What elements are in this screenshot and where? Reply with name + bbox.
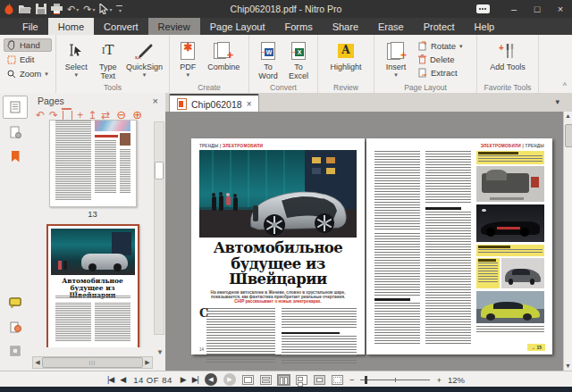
tab-review[interactable]: Review [148, 18, 200, 35]
edit-tool-button[interactable]: Edit [4, 53, 52, 66]
hscroll-left-icon[interactable]: ◀ [33, 359, 42, 366]
pages-panel-close-icon[interactable]: × [153, 96, 158, 106]
extract-pages-button[interactable]: Extract [415, 67, 467, 79]
tab-protect[interactable]: Protect [414, 18, 465, 35]
zoom-in-button[interactable]: + [436, 375, 442, 385]
convert-group: W→ To Word X→ To Excel Convert [249, 35, 318, 93]
feedback-icon[interactable] [476, 4, 490, 13]
type-text-button[interactable]: IT Type Text [93, 38, 122, 81]
fullscreen-view-button[interactable] [332, 375, 343, 385]
next-view-button[interactable]: ▶ [223, 373, 236, 386]
doc-scroll-up-icon[interactable]: ▲ [564, 112, 572, 121]
tab-file[interactable]: File [13, 18, 48, 35]
create-pdf-button[interactable]: ✱ PDF ▾ [174, 38, 201, 81]
caption-block-3 [476, 258, 500, 288]
document-tab-close-icon[interactable]: × [247, 99, 252, 109]
tab-list-dropdown-icon[interactable]: ▾ [555, 97, 559, 106]
rotate-button[interactable]: Rotate ▾ [415, 40, 467, 52]
rotate-left-button[interactable]: ↶ [36, 110, 45, 121]
zoom-slider-thumb[interactable] [365, 376, 367, 384]
bookmarks-panel-button[interactable] [4, 146, 27, 167]
pages-scrollbar-thumb[interactable] [155, 162, 164, 179]
first-page-button[interactable]: |◀ [107, 375, 114, 384]
undo-dropdown[interactable]: ▾ [76, 6, 79, 13]
tab-page-layout[interactable]: Page Layout [200, 18, 275, 35]
pages-panel-scrollbar[interactable] [154, 121, 164, 335]
document-tab[interactable]: Chip062018 × [169, 94, 259, 113]
thumbnail-page-14[interactable]: Автомобильноебудущее из Швейцарии [46, 224, 139, 347]
pdf-file-icon: ✱ [181, 39, 195, 62]
svg-text:x: x [135, 54, 138, 60]
pages-panel-hscrollbar[interactable]: ◀ ||| ▶ [32, 356, 153, 369]
doc-scrollbar-thumb[interactable] [565, 124, 572, 147]
insert-pages-button[interactable]: + Insert ▾ [379, 38, 413, 81]
combine-button[interactable]: + Combine [203, 38, 244, 81]
next-page-button[interactable]: ▶ [181, 375, 186, 384]
page-indicator[interactable]: 14 OF 84 [133, 375, 172, 385]
pointer-dropdown[interactable]: ▾ [109, 6, 112, 13]
close-button[interactable]: × [549, 0, 572, 18]
redo-button[interactable]: ↷▾ [83, 2, 95, 16]
tab-erase[interactable]: Erase [368, 18, 414, 35]
layers-panel-button[interactable] [4, 340, 27, 362]
delete-pages-button[interactable]: Delete [415, 54, 467, 65]
document-area: Chip062018 × ▾ ТРЕНДЫ | ЭЛЕКТРОМОБИЛИ [165, 93, 572, 371]
save-button[interactable] [36, 2, 46, 16]
grid-view-button[interactable] [296, 375, 307, 385]
hscrollbar-thumb[interactable]: ||| [42, 357, 143, 368]
type-text-icon: IT [102, 39, 114, 62]
tab-forms[interactable]: Forms [274, 18, 322, 35]
tab-convert[interactable]: Convert [94, 18, 148, 35]
minimize-button[interactable]: – [502, 0, 526, 18]
to-word-button[interactable]: W→ To Word [254, 38, 282, 81]
signatures-panel-button[interactable] [4, 121, 27, 143]
comments-panel-button[interactable] [4, 292, 27, 313]
pointer-tool-button[interactable]: ▾ [99, 2, 112, 16]
to-excel-button[interactable]: X→ To Excel [284, 38, 313, 81]
thumbnail-page-13[interactable] [49, 120, 137, 207]
fit-page-view-button[interactable] [314, 375, 325, 385]
extract-page-button[interactable]: ↥ [88, 110, 97, 121]
quicksign-button[interactable]: x QuickSign ▾ [124, 38, 164, 81]
zoom-out-button[interactable]: − [349, 375, 355, 385]
rotate-right-button[interactable]: ↷ [49, 110, 58, 121]
undo-button[interactable]: ↶▾ [67, 2, 79, 16]
replace-page-button[interactable]: ⇄ [101, 110, 110, 121]
document-page-right[interactable]: ЭЛЕКТРОМОБИЛИ | ТРЕНДЫ [366, 138, 552, 354]
maximize-button[interactable]: □ [526, 0, 549, 18]
zoom-tool-button[interactable]: Zoom ▾ [4, 67, 52, 80]
customize-qat-button[interactable]: ▾ [116, 2, 122, 16]
redo-dropdown[interactable]: ▾ [92, 6, 95, 13]
hscroll-right-icon[interactable]: ▶ [143, 359, 152, 366]
pages-scroll-down-icon[interactable]: ▼ [156, 348, 164, 356]
insert-page-button[interactable]: + [77, 110, 83, 121]
hand-icon [7, 40, 16, 50]
open-file-button[interactable] [19, 2, 31, 16]
document-scrollbar[interactable]: ▲ ▼ [563, 112, 572, 371]
print-button[interactable] [51, 2, 63, 16]
tab-home[interactable]: Home [48, 18, 94, 35]
tools-group-label: Tools [56, 83, 169, 92]
single-page-view-button[interactable] [242, 375, 254, 385]
document-page-left[interactable]: ТРЕНДЫ | ЭЛЕКТРОМОБИЛИ [191, 138, 365, 354]
status-bar: |◀ ◀ 14 OF 84 ▶ ▶| ◀ ▶ − + 12% [0, 371, 572, 388]
continuous-view-button[interactable] [260, 375, 272, 385]
previous-view-button[interactable]: ◀ [205, 373, 217, 386]
select-button[interactable]: Select ▾ [61, 38, 91, 81]
pages-panel-button[interactable] [3, 96, 28, 119]
thumbnail-list: 13 Автомобильноебудущее из Швейцарии 14 [30, 120, 155, 347]
facing-pages-view-button[interactable] [278, 375, 290, 385]
add-tools-button[interactable]: + Add Tools [484, 38, 532, 81]
article-title: Автомобильное будущее из Швейцарии [199, 240, 357, 288]
tab-help[interactable]: Help [465, 18, 505, 35]
doc-scroll-down-icon[interactable]: ▼ [564, 362, 572, 371]
tab-share[interactable]: Share [323, 18, 368, 35]
hand-tool-button[interactable]: Hand [4, 38, 52, 52]
document-canvas[interactable]: ТРЕНДЫ | ЭЛЕКТРОМОБИЛИ [165, 112, 564, 371]
collapse-ribbon-button[interactable]: ^ [563, 81, 567, 90]
highlight-button[interactable]: A Highlight [324, 38, 368, 81]
zoom-slider[interactable] [360, 375, 430, 385]
previous-page-button[interactable]: ◀ [120, 375, 125, 384]
output-panel-button[interactable] [4, 316, 27, 338]
last-page-button[interactable]: ▶| [192, 375, 198, 384]
